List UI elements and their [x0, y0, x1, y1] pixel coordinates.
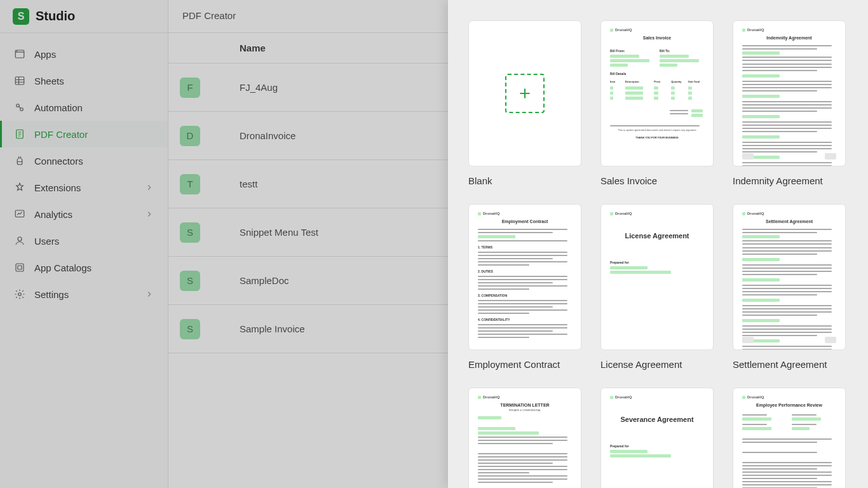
row-avatar: S: [180, 222, 200, 243]
row-name: Snippet Menu Test: [240, 227, 318, 238]
row-name: SampleDoc: [240, 275, 289, 286]
sidebar-item-automation[interactable]: Automation: [0, 94, 168, 121]
brand-logo: S: [13, 8, 29, 25]
svg-point-4: [20, 108, 24, 111]
sidebar-item-connectors[interactable]: Connectors: [0, 147, 168, 174]
sidebar-item-users[interactable]: Users: [0, 227, 168, 254]
settings-icon: [14, 288, 25, 300]
sidebar-item-label: Settings: [34, 289, 69, 300]
svg-point-1: [17, 51, 17, 51]
sidebar-item-label: PDF Creator: [34, 129, 88, 140]
svg-point-10: [18, 293, 22, 296]
template-item: DronaHQEmployment Contract1. TERMS2. DUT…: [468, 204, 581, 370]
sidebar: S Studio AppsSheetsAutomationPDF Creator…: [0, 0, 168, 488]
automation-icon: [14, 102, 25, 113]
sidebar-item-app-catalogs[interactable]: App Catalogs: [0, 254, 168, 281]
template-item: DronaHQLicense AgreementPrepared forLice…: [600, 204, 714, 370]
sidebar-item-label: Users: [34, 236, 59, 247]
template-item: DronaHQEmployee Performance Review: [733, 388, 846, 488]
template-panel: BlankDronaHQSales InvoiceBill From:Bill …: [448, 0, 868, 488]
template-card-settlement-agreement[interactable]: DronaHQSettlement Agreement: [733, 204, 846, 350]
row-name: FJ_4Aug: [240, 82, 278, 93]
template-label: Employment Contract: [468, 359, 581, 370]
template-item: DronaHQTERMINATION LETTERPRIVATE & CONFI…: [468, 388, 581, 488]
sidebar-nav: AppsSheetsAutomationPDF CreatorConnector…: [0, 33, 168, 315]
connectors-icon: [14, 155, 25, 166]
template-label: Sales Invoice: [600, 175, 714, 186]
sidebar-item-apps[interactable]: Apps: [0, 41, 168, 67]
extensions-icon: [14, 182, 25, 193]
svg-rect-8: [16, 264, 24, 271]
template-item: DronaHQIndemnity AgreementIndemnity Agre…: [733, 20, 846, 186]
template-label: Blank: [468, 175, 581, 186]
template-card-termination-letter[interactable]: DronaHQTERMINATION LETTERPRIVATE & CONFI…: [468, 388, 581, 488]
svg-rect-2: [15, 77, 24, 85]
template-label: License Agreement: [600, 359, 714, 370]
template-card-indemnity-agreement[interactable]: DronaHQIndemnity Agreement: [733, 20, 846, 166]
template-card-severance-agreement[interactable]: DronaHQSeverance AgreementPrepared for: [600, 388, 714, 488]
template-item: DronaHQSettlement AgreementSettlement Ag…: [733, 204, 846, 370]
sidebar-item-label: Analytics: [34, 209, 72, 220]
sidebar-item-label: App Catalogs: [34, 262, 92, 273]
catalogs-icon: [14, 262, 25, 273]
row-name: testt: [240, 179, 257, 189]
sidebar-item-label: Automation: [34, 102, 83, 113]
row-name: Sample Invoice: [240, 323, 305, 334]
svg-point-3: [17, 104, 20, 107]
row-avatar: S: [180, 271, 200, 291]
sidebar-item-label: Sheets: [34, 76, 64, 86]
pdf-icon: [14, 128, 25, 140]
svg-rect-9: [18, 266, 22, 269]
sidebar-item-pdf-creator[interactable]: PDF Creator: [0, 121, 168, 147]
sidebar-item-label: Apps: [34, 49, 56, 60]
plus-icon: [505, 74, 545, 113]
template-label: Settlement Agreement: [733, 359, 846, 370]
apps-icon: [14, 48, 25, 60]
template-card-employment-contract[interactable]: DronaHQEmployment Contract1. TERMS2. DUT…: [468, 204, 581, 350]
sheets-icon: [14, 75, 25, 86]
chevron-right-icon: [145, 290, 154, 299]
row-avatar: S: [180, 319, 200, 339]
sidebar-item-settings[interactable]: Settings: [0, 281, 168, 308]
template-card-sales-invoice[interactable]: DronaHQSales InvoiceBill From:Bill To:Bi…: [600, 20, 714, 166]
template-item: DronaHQSeverance AgreementPrepared for: [600, 388, 714, 488]
template-item: Blank: [468, 20, 581, 186]
row-name: DronaInvoice: [240, 130, 295, 141]
chevron-right-icon: [145, 210, 154, 219]
sidebar-item-label: Extensions: [34, 182, 81, 193]
template-item: DronaHQSales InvoiceBill From:Bill To:Bi…: [600, 20, 714, 186]
row-avatar: D: [180, 126, 200, 146]
sidebar-item-extensions[interactable]: Extensions: [0, 174, 168, 201]
template-label: Indemnity Agreement: [733, 175, 846, 186]
template-card-license-agreement[interactable]: DronaHQLicense AgreementPrepared for: [600, 204, 714, 350]
template-grid: BlankDronaHQSales InvoiceBill From:Bill …: [448, 0, 868, 488]
brand: S Studio: [0, 0, 168, 33]
row-avatar: F: [180, 78, 200, 98]
users-icon: [14, 235, 25, 247]
brand-name: Studio: [36, 9, 75, 24]
template-card-blank[interactable]: [468, 20, 581, 166]
analytics-icon: [14, 208, 25, 220]
sidebar-item-sheets[interactable]: Sheets: [0, 67, 168, 94]
sidebar-item-analytics[interactable]: Analytics: [0, 201, 168, 227]
row-avatar: T: [180, 174, 200, 194]
template-card-employee-performance-review[interactable]: DronaHQEmployee Performance Review: [733, 388, 846, 488]
sidebar-item-label: Connectors: [34, 156, 83, 166]
chevron-right-icon: [145, 183, 154, 192]
svg-point-7: [18, 237, 22, 241]
